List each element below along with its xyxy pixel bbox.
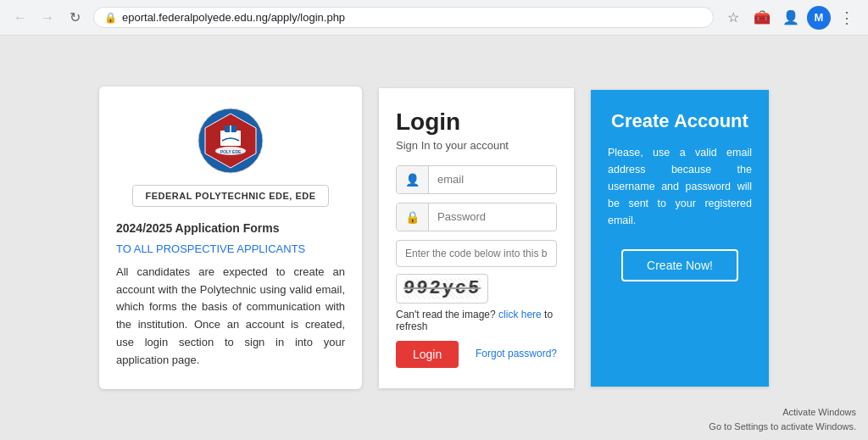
create-account-description: Please, use a valid email address becaus…: [608, 144, 752, 229]
create-now-button[interactable]: Create Now!: [621, 249, 738, 281]
description-text: All candidates are expected to create an…: [116, 264, 345, 370]
windows-line2: Go to Settings to activate Windows.: [709, 420, 856, 434]
to-applicants-text: TO ALL PROSPECTIVE APPLICANTS: [116, 241, 345, 259]
browser-chrome: ← → ↻ 🔒 eportal.federalpolyede.edu.ng/ap…: [0, 0, 868, 36]
card-body: 2024/2025 Application Forms TO ALL PROSP…: [116, 219, 345, 370]
page-content: POLY EDE FEDERAL POLYTECHNIC EDE, EDE 20…: [0, 36, 868, 440]
login-bottom: Login Forgot password?: [396, 341, 557, 368]
browser-actions: ☆ 🧰 👤 M ⋮: [721, 5, 860, 31]
school-name-box: FEDERAL POLYTECHNIC EDE, EDE: [132, 185, 328, 207]
menu-button[interactable]: ⋮: [834, 5, 860, 31]
extensions-button[interactable]: 🧰: [749, 5, 775, 31]
cant-read-text: Can't read the image?: [396, 309, 496, 320]
click-here-link[interactable]: click here: [498, 309, 542, 320]
email-field[interactable]: [429, 166, 557, 192]
captcha-image-box: 992yc5: [396, 274, 488, 304]
bookmark-button[interactable]: ☆: [721, 5, 746, 31]
captcha-input[interactable]: [396, 240, 557, 267]
captcha-code: 992yc5: [403, 278, 481, 299]
login-button[interactable]: Login: [396, 341, 459, 368]
lock-field-icon: 🔒: [397, 203, 429, 231]
url-text: eportal.federalpolyede.edu.ng/apply/logi…: [122, 11, 703, 24]
back-button[interactable]: ←: [8, 6, 32, 30]
password-input-group: 🔒: [396, 203, 557, 231]
lock-icon: 🔒: [104, 12, 117, 24]
login-subtitle: Sign In to your account: [396, 139, 557, 152]
user-icon: 👤: [397, 166, 429, 193]
create-account-card: Create Account Please, use a valid email…: [591, 90, 769, 387]
windows-activation: Activate Windows Go to Settings to activ…: [709, 405, 856, 433]
profile-button[interactable]: M: [807, 6, 831, 30]
svg-text:POLY EDE: POLY EDE: [220, 149, 242, 154]
account-circle-button[interactable]: 👤: [778, 5, 804, 31]
address-bar[interactable]: 🔒 eportal.federalpolyede.edu.ng/apply/lo…: [93, 7, 714, 28]
reload-button[interactable]: ↻: [63, 6, 86, 30]
nav-buttons: ← → ↻: [8, 6, 86, 30]
left-card: POLY EDE FEDERAL POLYTECHNIC EDE, EDE 20…: [99, 86, 362, 390]
login-card: Login Sign In to your account 👤 🔒 992yc5…: [379, 88, 574, 388]
app-title: 2024/2025 Application Forms: [116, 219, 345, 237]
forward-button[interactable]: →: [36, 6, 59, 30]
login-title: Login: [396, 109, 557, 136]
create-account-title: Create Account: [611, 110, 748, 132]
email-input-group: 👤: [396, 165, 557, 194]
windows-line1: Activate Windows: [709, 405, 856, 420]
refresh-text: Can't read the image? click here to refr…: [396, 309, 557, 332]
forgot-password-link[interactable]: Forgot password?: [476, 347, 557, 361]
school-name-text: FEDERAL POLYTECHNIC EDE, EDE: [145, 191, 315, 201]
password-field[interactable]: [429, 203, 557, 230]
school-crest: POLY EDE: [197, 107, 264, 175]
